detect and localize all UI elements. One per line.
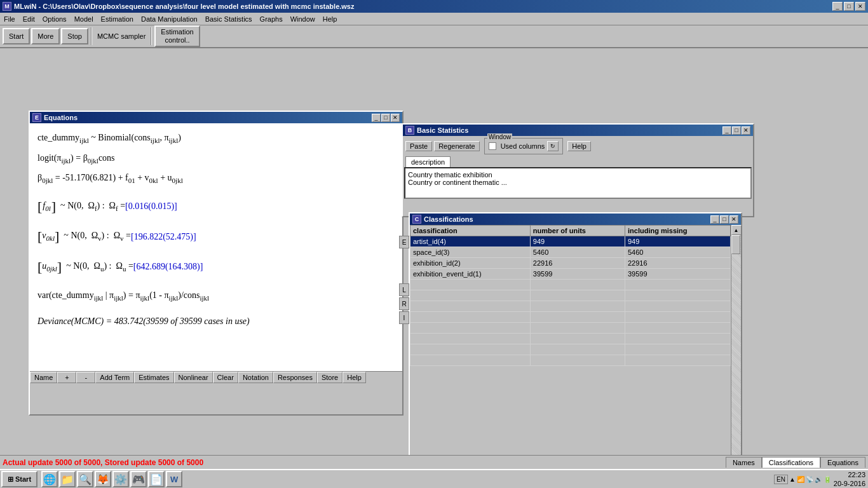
matrix1-dist: ~ N(0, Ωf) : Ωf = [56,198,125,215]
eq-help-button[interactable]: Help [342,372,366,383]
edge-label-e: E [399,236,409,248]
taskbar-app5-icon[interactable]: 🎮 [130,471,147,487]
classifications-close[interactable]: ✕ [729,215,738,224]
desc-close[interactable]: ✕ [742,126,750,135]
row-units: 39599 [530,269,625,280]
menu-edit[interactable]: Edit [19,14,39,24]
table-row-empty [410,280,731,290]
taskbar-arrow-up[interactable]: ▲ [789,476,796,483]
menu-basic-statistics[interactable]: Basic Statistics [201,14,256,24]
eq-name-button[interactable]: Name [30,372,57,383]
taskbar-firefox-icon[interactable]: 🦊 [95,471,111,487]
menu-model[interactable]: Model [71,14,97,24]
eq-estimates-button[interactable]: Estimates [134,372,173,383]
table-row[interactable]: exhibition_id(2) 22916 22916 [410,258,731,269]
status-tab-classifications[interactable]: Classifications [762,457,820,468]
eq-notation-button[interactable]: Notation [238,372,273,383]
status-tab-names[interactable]: Names [726,457,762,468]
table-row-empty [410,301,731,312]
equation-1: cte_dummyijkl ~ Binomial(consijkl, πijkl… [37,130,395,147]
classifications-title-buttons: _ □ ✕ [710,215,738,224]
deviance-text: Deviance(MCMC) = 483.742(39599 of 39599 … [37,313,250,329]
start-button[interactable]: Start [3,28,30,44]
taskbar-folder-icon[interactable]: 📁 [59,471,76,487]
matrix2-bracket-close: ] [55,224,59,249]
desc-line-1: Country thematic exhibition [408,171,748,179]
eq-responses-button[interactable]: Responses [273,372,317,383]
stop-button[interactable]: Stop [61,28,88,44]
eq2-text: logit(πijkl) = β0jklcons [37,150,115,168]
menu-file[interactable]: File [0,14,19,24]
table-row[interactable]: exhibition_event_id(1) 39599 39599 [410,269,731,280]
row-classification: exhibition_event_id(1) [410,269,531,280]
menu-estimation[interactable]: Estimation [97,14,137,24]
col-classification: classification [410,226,531,236]
eq-add-term-button[interactable]: Add Term [95,372,134,383]
regenerate-button[interactable]: Regenerate [434,141,480,151]
taskbar-ie-icon[interactable]: 🌐 [41,471,58,487]
desc-minimize[interactable]: _ [722,126,731,135]
taskbar-pdf-icon[interactable]: 📄 [148,471,165,487]
menu-window[interactable]: Window [287,14,319,24]
desc-help-button[interactable]: Help [567,141,591,151]
classifications-body: classification number of units including… [410,225,741,479]
equations-toolbar: Name + - Add Term Estimates Nonlinear Cl… [30,371,402,383]
window-refresh-button[interactable]: ↻ [547,141,559,151]
desc-tab-description[interactable]: description [405,156,451,167]
table-row-empty [410,290,731,301]
desc-icon: B [405,126,414,135]
classifications-title-bar: C Classifications _ □ ✕ [410,214,741,225]
menu-graphs[interactable]: Graphs [256,14,287,24]
taskbar-apps: 🌐 📁 🔍 🦊 ⚙️ 🎮 📄 W [41,471,182,487]
classifications-maximize[interactable]: □ [720,215,729,224]
more-button[interactable]: More [31,28,60,44]
eq-clear-button[interactable]: Clear [213,372,238,383]
scroll-thumb[interactable] [731,235,740,254]
scroll-track [731,235,741,469]
menu-options[interactable]: Options [39,14,71,24]
matrix1-content: f0l [43,198,50,215]
matrix3-value: [642.689(164.308)] [133,259,203,274]
equation-2: logit(πijkl) = β0jklcons [37,150,395,168]
equations-minimize[interactable]: _ [372,114,381,122]
taskbar-search-icon[interactable]: 🔍 [77,471,93,487]
eq3-text: β0jkl = -51.170(6.821) + f01 + v0kl + u0… [37,170,183,187]
used-columns-checkbox[interactable] [489,142,496,150]
status-tab-equations[interactable]: Equations [820,457,865,468]
taskbar-word-icon[interactable]: W [166,471,182,487]
edge-label-i: I [399,311,409,324]
scroll-up-button[interactable]: ▲ [731,225,742,235]
classifications-minimize[interactable]: _ [710,215,719,224]
equations-maximize[interactable]: □ [381,114,390,122]
paste-button[interactable]: Paste [405,141,432,151]
close-button[interactable]: ✕ [855,2,865,11]
eq-plus-button[interactable]: + [57,372,76,383]
row-units: 22916 [530,258,625,269]
equations-close[interactable]: ✕ [391,114,400,122]
title-bar-buttons: _ □ ✕ [832,2,865,11]
equation-3: β0jkl = -51.170(6.821) + f01 + v0kl + u0… [37,170,395,187]
start-menu-button[interactable]: ⊞ Start [1,471,37,487]
classifications-window: C Classifications _ □ ✕ classification n… [409,212,742,488]
desc-line-2: Country or continent thematic ... [408,179,748,186]
menu-help[interactable]: Help [319,14,341,24]
classifications-scrollbar[interactable]: ▲ ▼ [731,225,741,479]
equations-icon: E [32,113,41,122]
maximize-button[interactable]: □ [844,2,854,11]
taskbar-chrome-icon[interactable]: ⚙️ [112,471,129,487]
eq-minus-button[interactable]: - [76,372,95,383]
var-text: var(cte_dummyijkl | πijkl) = πijkl(1 - π… [37,287,209,305]
table-row[interactable]: space_id(3) 5460 5460 [410,247,731,258]
desc-maximize[interactable]: □ [732,126,741,135]
toolbar-separator [91,27,92,45]
table-row[interactable]: artist_id(4) 949 949 [410,236,731,247]
menu-data-manipulation[interactable]: Data Manipulation [137,14,201,24]
minimize-button[interactable]: _ [832,2,843,11]
eq-nonlinear-button[interactable]: Nonlinear [174,372,213,383]
edge-label-l: L [399,283,409,296]
row-missing: 949 [625,236,731,247]
matrix2-bracket-open: [ [37,224,42,249]
estimation-control-button[interactable]: Estimation control.. [154,25,200,47]
eq-store-button[interactable]: Store [317,372,342,383]
taskbar-system-icons: EN ▲ 📶 📡 🔊 🔋 [774,475,831,484]
